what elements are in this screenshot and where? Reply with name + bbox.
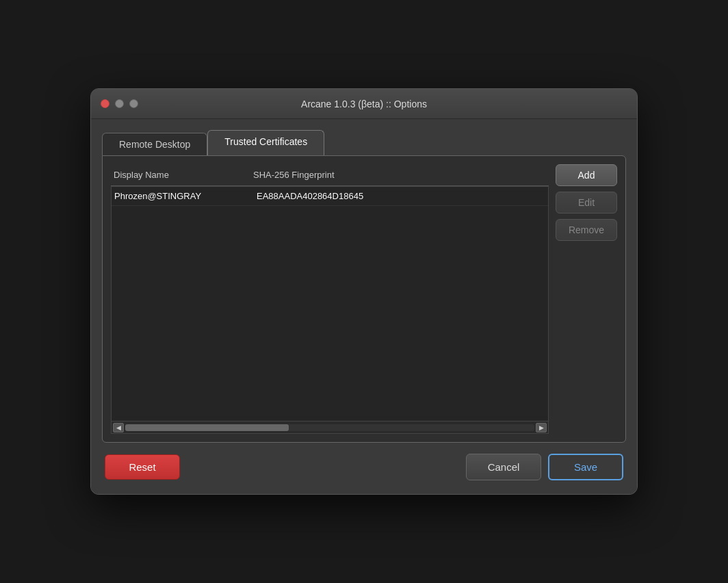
- minimize-button[interactable]: [115, 99, 124, 108]
- table-section: Display Name SHA-256 Fingerprint Phrozen…: [111, 164, 549, 434]
- scroll-right-button[interactable]: ▶: [536, 423, 547, 432]
- table-header: Display Name SHA-256 Fingerprint: [111, 164, 549, 186]
- edit-button[interactable]: Edit: [556, 192, 617, 213]
- remove-button[interactable]: Remove: [556, 219, 617, 241]
- cell-fingerprint: EA88AADA402864D18645: [251, 191, 545, 201]
- footer-right-buttons: Cancel Save: [466, 454, 623, 480]
- column-header-display-name: Display Name: [111, 170, 248, 180]
- maximize-button[interactable]: [129, 99, 138, 108]
- tab-trusted-certificates[interactable]: Trusted Certificates: [207, 130, 324, 155]
- traffic-lights: [101, 99, 138, 108]
- main-window: Arcane 1.0.3 (βeta) :: Options Remote De…: [90, 88, 638, 495]
- close-button[interactable]: [101, 99, 109, 108]
- content-area: Display Name SHA-256 Fingerprint Phrozen…: [102, 155, 626, 443]
- add-button[interactable]: Add: [556, 164, 617, 186]
- horizontal-scrollbar[interactable]: ◀ ▶: [111, 422, 549, 434]
- scroll-left-button[interactable]: ◀: [113, 423, 124, 432]
- reset-button[interactable]: Reset: [105, 454, 180, 480]
- scroll-thumb[interactable]: [125, 424, 289, 431]
- cancel-button[interactable]: Cancel: [466, 454, 541, 480]
- table-row[interactable]: Phrozen@STINGRAY EA88AADA402864D18645: [112, 187, 548, 206]
- footer: Reset Cancel Save: [102, 443, 626, 480]
- window-body: Remote Desktop Trusted Certificates Disp…: [91, 119, 637, 494]
- column-header-fingerprint: SHA-256 Fingerprint: [248, 170, 549, 180]
- action-buttons: Add Edit Remove: [556, 164, 617, 434]
- title-bar: Arcane 1.0.3 (βeta) :: Options: [91, 89, 637, 119]
- cell-display-name: Phrozen@STINGRAY: [114, 191, 251, 201]
- tab-remote-desktop[interactable]: Remote Desktop: [102, 133, 207, 155]
- tab-bar: Remote Desktop Trusted Certificates: [102, 130, 626, 155]
- scroll-track[interactable]: [125, 424, 534, 431]
- save-button[interactable]: Save: [548, 454, 623, 480]
- window-title: Arcane 1.0.3 (βeta) :: Options: [301, 99, 427, 109]
- table-body[interactable]: Phrozen@STINGRAY EA88AADA402864D18645: [111, 186, 549, 422]
